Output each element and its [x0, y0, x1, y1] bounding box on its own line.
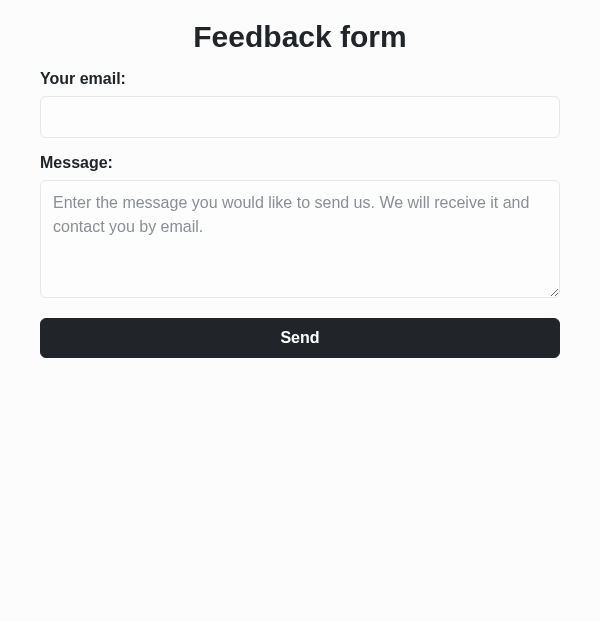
- email-field-group: Your email:: [40, 70, 560, 138]
- email-input[interactable]: [40, 96, 560, 138]
- message-field-group: Message:: [40, 154, 560, 302]
- send-button[interactable]: Send: [40, 318, 560, 358]
- form-title: Feedback form: [40, 20, 560, 54]
- message-label: Message:: [40, 154, 560, 172]
- email-label: Your email:: [40, 70, 560, 88]
- message-textarea[interactable]: [40, 180, 560, 298]
